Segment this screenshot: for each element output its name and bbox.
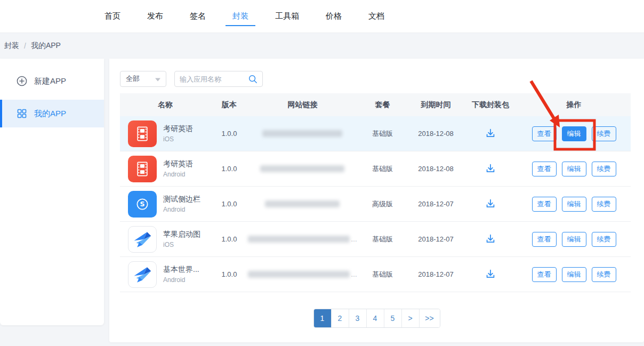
app-version: 1.0.0 [211,200,248,208]
pagination-page-1[interactable]: 1 [314,309,332,327]
paper-bird-icon: S [128,261,157,288]
app-name-cell: S 测试侧边栏 Android [120,191,211,218]
download-package-button[interactable] [484,126,497,140]
row-actions: 查看 编辑 续费 [517,232,631,247]
pagination-page-2[interactable]: 2 [332,309,349,327]
download-package-button[interactable] [484,197,497,211]
app-name: 基本世界... [163,265,199,275]
app-link-redacted [248,165,357,172]
edit-button[interactable]: 编辑 [562,162,586,176]
search-input[interactable] [180,75,248,83]
nav-item-1[interactable]: 发布 [147,0,163,33]
category-dropdown[interactable]: 全部 [120,71,166,87]
app-expire-date: 2018-12-07 [408,200,464,208]
download-icon [485,127,496,139]
download-icon [485,268,496,280]
app-platform: iOS [163,241,200,248]
app-search-box [174,71,263,87]
view-button[interactable]: 查看 [532,267,557,282]
table-header-row: 名称 版本 网站链接 套餐 到期时间 下载封装包 操作 [120,93,631,116]
sidebar-item-my-app[interactable]: 我的APP [0,100,104,127]
app-expire-date: 2018-12-08 [408,165,464,173]
column-header: 套餐 [357,100,408,110]
column-header: 名称 [120,100,211,110]
film-icon: S [128,120,157,147]
nav-item-5[interactable]: 价格 [326,0,342,33]
column-header: 网站链接 [248,100,357,110]
redacted-link-blur [262,130,342,137]
nav-item-4[interactable]: 工具箱 [275,0,299,33]
filter-row: 全部 [120,71,263,87]
sidebar-item-new-app[interactable]: 新建APP [0,67,104,95]
view-button[interactable]: 查看 [532,232,557,247]
search-icon[interactable] [248,74,257,84]
app-name-cell: S 基本世界... Android [120,261,211,288]
app-packaging-page: 首页发布签名封装工具箱价格文档 封装 / 我的APP 新建APP 我的APP 全… [0,0,644,346]
redacted-link-blur [248,271,350,278]
download-package-button[interactable] [484,267,497,281]
app-version: 1.0.0 [211,270,248,278]
paper-bird-icon: S [128,226,157,253]
edit-button[interactable]: 编辑 [562,126,586,141]
link-ellipsis: … [351,271,357,278]
nav-item-3[interactable]: 封装 [232,0,248,33]
app-name: 测试侧边栏 [163,195,200,204]
caret-down-icon [155,75,160,83]
column-header: 操作 [517,100,631,110]
app-expire-date: 2018-12-07 [408,270,464,278]
table-row: S 考研英语 iOS 1.0.0 基础版 2018-12-08 查看 编辑 续费 [120,116,631,151]
app-plan: 基础版 [357,129,408,139]
download-icon [485,198,496,210]
app-name-cell: S 苹果启动图 iOS [120,226,211,253]
app-expire-date: 2018-12-07 [408,235,464,243]
download-icon [485,233,496,245]
nav-item-6[interactable]: 文档 [368,0,384,33]
pagination: 12345> >> [313,309,440,328]
pagination-page-4[interactable]: 4 [367,309,384,327]
renew-button[interactable]: 续费 [592,126,616,141]
pagination-next[interactable]: > [402,309,420,327]
plus-circle-icon [17,76,27,86]
pagination-last[interactable]: >> [420,309,440,327]
app-link-redacted: … [248,271,357,278]
view-button[interactable]: 查看 [532,126,557,141]
download-package-button[interactable] [484,162,497,175]
view-button[interactable]: 查看 [532,162,557,176]
app-name: 苹果启动图 [163,230,200,239]
renew-button[interactable]: 续费 [592,197,616,212]
nav-item-0[interactable]: 首页 [104,0,120,33]
row-actions: 查看 编辑 续费 [517,162,631,176]
edit-button[interactable]: 编辑 [562,267,586,282]
table-row: S 苹果启动图 iOS 1.0.0 … 基础版 2018-12-07 查看 编辑… [120,222,631,257]
app-version: 1.0.0 [211,235,248,243]
app-platform: Android [163,171,193,178]
row-actions: 查看 编辑 续费 [517,197,631,212]
app-name: 考研英语 [163,159,193,169]
breadcrumb: 封装 / 我的APP [0,33,61,59]
renew-button[interactable]: 续费 [592,232,616,247]
breadcrumb-current: 我的APP [31,41,61,51]
pagination-page-5[interactable]: 5 [384,309,402,327]
renew-button[interactable]: 续费 [592,267,616,282]
view-button[interactable]: 查看 [532,197,557,212]
app-link-redacted [248,130,357,137]
app-plan: 基础版 [357,235,408,244]
app-platform: Android [163,206,200,213]
renew-button[interactable]: 续费 [592,162,616,176]
apps-table: 名称 版本 网站链接 套餐 到期时间 下载封装包 操作 S 考研英语 iOS 1… [120,93,631,292]
app-name: 考研英语 [163,124,193,134]
app-platform: iOS [163,135,193,143]
nav-item-2[interactable]: 签名 [190,0,206,33]
pagination-page-3[interactable]: 3 [349,309,367,327]
svg-text:S: S [140,200,144,208]
edit-button[interactable]: 编辑 [562,232,586,247]
s-logo-icon: S [128,191,157,218]
sidebar-item-label: 我的APP [34,109,66,119]
app-version: 1.0.0 [211,130,248,138]
grid-icon [17,108,27,119]
edit-button[interactable]: 编辑 [562,197,586,212]
breadcrumb-separator: / [24,42,26,50]
app-plan: 基础版 [357,270,408,279]
breadcrumb-section[interactable]: 封装 [4,41,19,51]
download-package-button[interactable] [484,232,497,246]
